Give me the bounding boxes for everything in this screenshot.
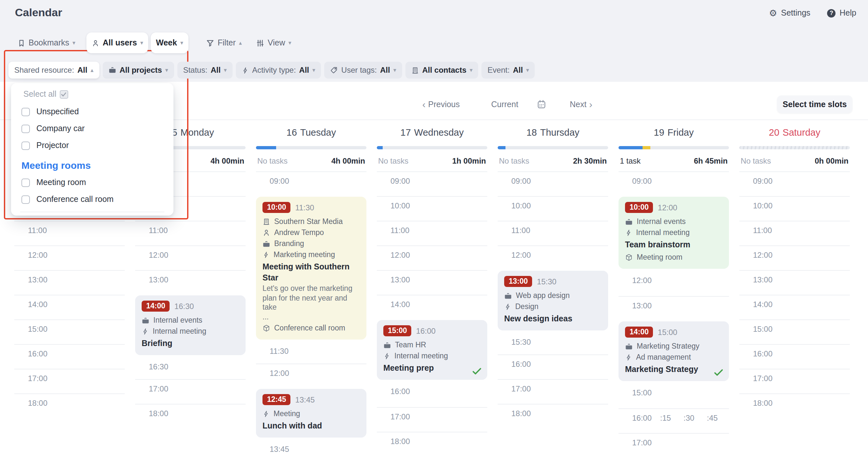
time-slot[interactable]: 16:00 [14, 344, 125, 369]
time-slot[interactable]: 17:00 [135, 379, 246, 404]
time-label: 14:00 [753, 300, 773, 309]
time-slot[interactable]: 14:00 [377, 295, 487, 320]
event-card[interactable]: 10:0011:30Southern Star MediaAndrew Temp… [256, 197, 366, 339]
resource-option-unspecified[interactable]: Unspecified [11, 103, 174, 120]
time-slot[interactable]: 11:00 [14, 221, 125, 245]
time-slot[interactable]: 11:00 [377, 221, 487, 245]
time-slot[interactable]: 11:30 [256, 342, 366, 364]
event-card[interactable]: 10:0012:00Internal eventsInternal meetin… [619, 197, 729, 269]
time-slot[interactable]: 09:00 [498, 171, 608, 196]
time-slot[interactable]: 13:45 [256, 440, 366, 459]
previous-button[interactable]: ‹ Previous [422, 99, 460, 110]
time-slot[interactable]: 09:00 [377, 171, 487, 196]
select-all-option[interactable]: Select all [23, 90, 174, 99]
current-button[interactable]: Current [491, 99, 518, 110]
next-button[interactable]: Next › [570, 99, 592, 110]
event-meta-text: Internal meeting [153, 326, 206, 337]
resource-option-conference-call-room[interactable]: Conference call room [11, 191, 174, 208]
time-slot[interactable]: 16:00 [739, 344, 850, 369]
time-slot[interactable]: 17:00 [619, 433, 729, 458]
time-slot[interactable]: 18:00 [14, 393, 125, 418]
time-slot[interactable]: 17:00 [377, 407, 487, 432]
time-slot[interactable]: 15:00 [14, 320, 125, 344]
checkbox-icon[interactable] [22, 195, 30, 203]
time-slot[interactable]: 17:00 [498, 379, 608, 404]
time-slot[interactable]: 15:00 [739, 320, 850, 344]
time-slot[interactable]: 12:00 [135, 245, 246, 270]
event-card[interactable]: 12:4513:45MeetingLunch with dad [256, 389, 366, 437]
time-slot[interactable]: 09:00 [739, 171, 850, 196]
all-users-dropdown[interactable]: All users ▾ [86, 32, 149, 53]
filter-chip-user-tags[interactable]: User tags:All▾ [324, 62, 402, 78]
time-slot[interactable]: 13:00 [619, 296, 729, 321]
time-slot[interactable]: 14:00 [739, 295, 850, 320]
help-button[interactable]: ? Help [827, 8, 856, 18]
time-slot[interactable]: 18:00 [498, 404, 608, 428]
time-slot[interactable]: 14:00 [14, 295, 125, 320]
time-label: 16:00 [28, 349, 48, 358]
time-slot[interactable]: 12:00 [739, 245, 850, 270]
date-picker-button[interactable] [537, 99, 547, 109]
time-slot[interactable]: 09:00 [256, 171, 366, 196]
filter-chip-shared-resource[interactable]: Shared resource:All▴ [8, 62, 99, 78]
event-resource-text: Meeting room [637, 252, 683, 263]
time-slot[interactable]: 18:00 [739, 393, 850, 418]
filter-chip-activity-type[interactable]: Activity type:All▾ [236, 62, 321, 78]
week-view-dropdown[interactable]: Week ▾ [151, 32, 188, 53]
settings-button[interactable]: ⚙ Settings [769, 8, 810, 18]
time-slot[interactable]: 13:00 [377, 270, 487, 295]
view-button[interactable]: View ▾ [256, 32, 291, 53]
quarter-time-label[interactable]: :30 [683, 414, 694, 423]
time-slot[interactable]: 11:00 [498, 221, 608, 245]
time-slot[interactable]: 12:00 [498, 245, 608, 270]
time-slot[interactable]: 10:00 [739, 196, 850, 221]
time-slot[interactable]: 10:00 [377, 196, 487, 221]
event-title: Lunch with dad [262, 421, 360, 432]
time-slot[interactable]: 11:00 [739, 221, 850, 245]
filter-chip-event[interactable]: Event:All▾ [482, 62, 535, 78]
chip-prefix: Status: [183, 66, 208, 75]
filter-chip-status[interactable]: Status:All▾ [177, 62, 232, 78]
time-slot[interactable]: 12:00 [377, 245, 487, 270]
event-card[interactable]: 13:0015:30Web app designDesignNew design… [498, 271, 608, 330]
time-slot[interactable]: 17:00 [739, 369, 850, 393]
filter-button[interactable]: Filter ▴ [206, 32, 242, 53]
person-icon [92, 39, 99, 47]
quarter-time-label[interactable]: :15 [660, 414, 671, 423]
event-card[interactable]: 14:0016:30Internal eventsInternal meetin… [135, 295, 246, 355]
time-slot[interactable]: 12:00 [619, 271, 729, 296]
time-slot[interactable]: 13:00 [739, 270, 850, 295]
time-slot[interactable]: 12:00 [256, 364, 366, 388]
time-slot[interactable]: 13:00 [135, 270, 246, 295]
bookmarks-button[interactable]: Bookmarks ▾ [18, 32, 75, 53]
filter-chip-projects[interactable]: All projects▾ [103, 62, 174, 78]
resource-option-meeting-room[interactable]: Meeting room [11, 174, 174, 191]
checkbox-icon[interactable] [22, 141, 30, 150]
checkbox-icon[interactable] [22, 124, 30, 133]
time-slot[interactable]: 18:00 [135, 404, 246, 428]
checkbox-icon[interactable] [22, 107, 30, 116]
time-slot[interactable]: 17:00 [14, 369, 125, 393]
select-time-slots-button[interactable]: Select time slots [777, 95, 852, 113]
time-slot[interactable]: 13:00 [14, 270, 125, 295]
filter-chip-contacts[interactable]: All contacts▾ [405, 62, 478, 78]
time-slot[interactable]: 12:00 [14, 245, 125, 270]
resource-option-company-car[interactable]: Company car [11, 120, 174, 137]
time-slot[interactable]: 09:00 [619, 171, 729, 196]
event-card[interactable]: 15:0016:00Team HRInternal meetingMeeting… [377, 320, 487, 380]
time-slot[interactable]: 10:00 [498, 196, 608, 221]
time-slot[interactable]: 16:30 [135, 358, 246, 379]
quarter-time-label[interactable]: :45 [707, 414, 718, 423]
time-slot[interactable]: 16:00 [377, 383, 487, 407]
resource-option-projector[interactable]: Projector [11, 137, 174, 154]
time-slot[interactable]: 15:30 [498, 333, 608, 355]
time-slot[interactable]: 15:00 [619, 384, 729, 408]
week-label: Week [156, 38, 177, 47]
checkbox-icon[interactable] [22, 178, 30, 187]
time-slot[interactable]: 11:00 [135, 221, 246, 245]
event-card[interactable]: 14:0015:00Marketing StrategyAd managemen… [619, 321, 729, 381]
time-slot[interactable]: 16:00:15:30:45 [619, 408, 729, 433]
checkbox-checked-icon[interactable] [59, 90, 68, 98]
time-slot[interactable]: 16:00 [498, 355, 608, 379]
time-slot[interactable]: 18:00 [377, 432, 487, 456]
